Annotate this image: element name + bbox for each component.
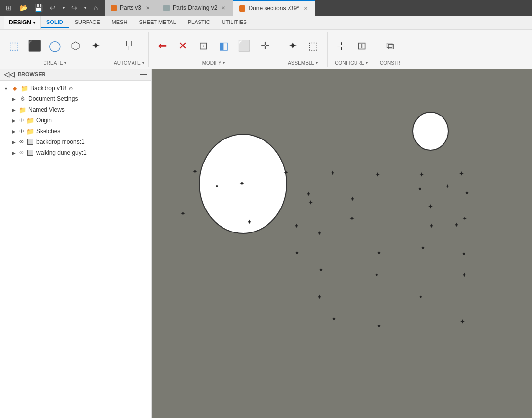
modify-btn-3[interactable]: ⊡ <box>194 38 213 54</box>
tab-label-dune: Dune sections v39* <box>248 5 299 12</box>
star-shape: ✦ <box>462 272 467 278</box>
star-shape: ✦ <box>428 203 433 209</box>
configure-btn-1[interactable]: ⊹ <box>332 38 351 54</box>
redo-icon[interactable]: ↪ <box>67 2 81 14</box>
tree-expand-doc[interactable]: ▶ <box>10 95 18 103</box>
modify-icon-3: ⊡ <box>199 40 208 52</box>
sidebar-minimize-icon[interactable]: — <box>140 70 147 78</box>
automate-label: AUTOMATE ▾ <box>114 59 144 66</box>
star-shape: ✦ <box>460 318 465 325</box>
create-btn-4[interactable]: ⬡ <box>66 38 85 54</box>
assemble-icon-1: ✦ <box>288 40 297 52</box>
automate-btn[interactable]: ⑂ <box>118 36 140 56</box>
configure-btn-2[interactable]: ⊞ <box>352 38 372 54</box>
ribbon-content: ⬚ ⬛ ◯ ⬡ ✦ CREATE ▾ ⑂ AUTO <box>0 29 532 69</box>
modify-btn-5[interactable]: ⬜ <box>235 38 254 54</box>
tab-close-drawing[interactable]: ✕ <box>220 5 227 11</box>
star-shape: ✦ <box>308 199 313 206</box>
star-shape: ✦ <box>375 171 380 178</box>
star-shape: ✦ <box>317 230 322 236</box>
assemble-label: ASSEMBLE ▾ <box>288 59 318 66</box>
star-shape: ✦ <box>377 323 382 329</box>
sidebar-collapse-icon[interactable]: ◁◁ <box>4 70 15 78</box>
tree-item-backdrop-moons[interactable]: ▶ 👁 backdrop moons:1 <box>0 137 151 147</box>
tree-item-backdrop[interactable]: ▾ ◆ 📁 Backdrop v18 ⊙ <box>0 83 151 93</box>
tree-expand-origin[interactable]: ▶ <box>10 116 18 124</box>
eye-icon-sketches[interactable]: 👁 <box>18 127 25 135</box>
star-shape: ✦ <box>417 186 422 192</box>
design-dropdown-icon: ▾ <box>33 21 35 25</box>
create-btn-1[interactable]: ⬚ <box>4 38 23 54</box>
assemble-btn-2[interactable]: ⬚ <box>304 38 323 54</box>
design-button[interactable]: DESIGN ▾ <box>4 16 41 29</box>
section-modify: ⇐ ✕ ⊡ ◧ ⬜ ✛ MODIFY ▾ <box>149 32 279 67</box>
tree-expand-backdrop[interactable]: ▾ <box>2 84 10 92</box>
tab-utilities[interactable]: UTILITIES <box>216 17 253 28</box>
eye-off-icon-dune-guy[interactable]: 👁 <box>18 149 25 157</box>
star-shape: ✦ <box>318 267 324 273</box>
tree-expand-moons[interactable]: ▶ <box>10 138 18 146</box>
star-shape: ✦ <box>349 215 355 222</box>
modify-btn-1[interactable]: ⇐ <box>153 38 172 54</box>
assemble-icon-2: ⬚ <box>308 40 318 52</box>
tree-expand-sketches[interactable]: ▶ <box>10 127 18 135</box>
modify-dropdown-icon: ▾ <box>223 61 225 65</box>
tree-item-sketches[interactable]: ▶ 👁 📁 Sketches <box>0 126 151 137</box>
modify-btn-6[interactable]: ✛ <box>255 38 275 54</box>
tab-dune-sections[interactable]: Dune sections v39* ✕ <box>233 0 315 16</box>
constr-tools: ⧉ <box>380 33 400 59</box>
star-shape: ✦ <box>306 191 311 197</box>
close-icon: ✕ <box>178 40 187 52</box>
tab-close-parts[interactable]: ✕ <box>144 5 151 11</box>
constr-btn-1[interactable]: ⧉ <box>380 38 400 54</box>
redo-dropdown-icon[interactable]: ▾ <box>82 2 88 14</box>
tree-item-origin[interactable]: ▶ 👁 📁 Origin <box>0 115 151 126</box>
tab-plastic[interactable]: PLASTIC <box>182 17 216 28</box>
tree-label-backdrop: Backdrop v18 <box>30 85 66 92</box>
home-icon[interactable]: ⌂ <box>89 2 103 14</box>
save-icon[interactable]: 💾 <box>31 2 45 14</box>
create-label: CREATE ▾ <box>44 59 66 66</box>
undo-dropdown-icon[interactable]: ▾ <box>61 2 66 14</box>
tab-parts-drawing[interactable]: Parts Drawing v2 ✕ <box>157 0 233 16</box>
star-shape: ✦ <box>294 250 300 256</box>
file-icon[interactable]: 📂 <box>17 2 30 14</box>
tree-item-named-views[interactable]: ▶ 📁 Named Views <box>0 104 151 115</box>
eye-icon-moons[interactable]: 👁 <box>18 138 25 146</box>
modify-icon-4: ◧ <box>219 40 229 52</box>
tab-mesh[interactable]: MESH <box>106 17 133 28</box>
modify-label: MODIFY ▾ <box>202 59 225 66</box>
create-tools: ⬚ ⬛ ◯ ⬡ ✦ <box>4 33 106 59</box>
undo-icon[interactable]: ↩ <box>46 2 60 14</box>
star-shape: ✦ <box>462 215 467 222</box>
tree-expand-dune-guy[interactable]: ▶ <box>10 149 18 157</box>
tab-parts-v3[interactable]: Parts v3 ✕ <box>105 0 157 16</box>
modify-btn-2[interactable]: ✕ <box>173 38 193 54</box>
tree-item-doc-settings[interactable]: ▶ ⚙ Document Settings <box>0 93 151 104</box>
star-shape: ✦ <box>332 316 337 322</box>
section-constr: ⧉ CONSTR <box>376 32 405 67</box>
tab-sheet-metal[interactable]: SHEET METAL <box>133 17 181 28</box>
tab-icon-drawing <box>163 5 170 11</box>
create-btn-2[interactable]: ⬛ <box>24 38 44 54</box>
tree-expand-named-views[interactable]: ▶ <box>10 106 18 114</box>
create-btn-5[interactable]: ✦ <box>86 38 106 54</box>
viewport[interactable]: ✦✦✦✦✦✦✦✦✦✦✦✦✦✦✦✦✦✦✦✦✦✦✦✦✦✦✦✦✦✦✦✦✦✦✦✦✦✦✦✦ <box>152 69 532 418</box>
assemble-btn-1[interactable]: ✦ <box>283 38 303 54</box>
configure-label: CONFIGURE ▾ <box>335 59 368 66</box>
tree-label-named-views: Named Views <box>28 106 65 113</box>
tree-item-dune-guy[interactable]: ▶ 👁 walking dune guy:1 <box>0 147 151 158</box>
backdrop-options-icon[interactable]: ⊙ <box>69 86 73 91</box>
create-icon-3: ◯ <box>49 40 61 52</box>
grid-menu-icon[interactable]: ⊞ <box>2 2 16 14</box>
create-icon-5: ✦ <box>91 40 100 52</box>
tab-solid[interactable]: SOLID <box>41 17 69 28</box>
eye-off-icon-origin[interactable]: 👁 <box>18 116 25 124</box>
tab-surface[interactable]: SURFACE <box>69 17 106 28</box>
section-create: ⬚ ⬛ ◯ ⬡ ✦ CREATE ▾ <box>0 32 110 67</box>
modify-btn-4[interactable]: ◧ <box>214 38 234 54</box>
create-btn-3[interactable]: ◯ <box>45 38 65 54</box>
tab-close-dune[interactable]: ✕ <box>302 5 309 12</box>
automate-icon: ⑂ <box>125 38 133 54</box>
tree-label-doc-settings: Document Settings <box>28 95 78 102</box>
